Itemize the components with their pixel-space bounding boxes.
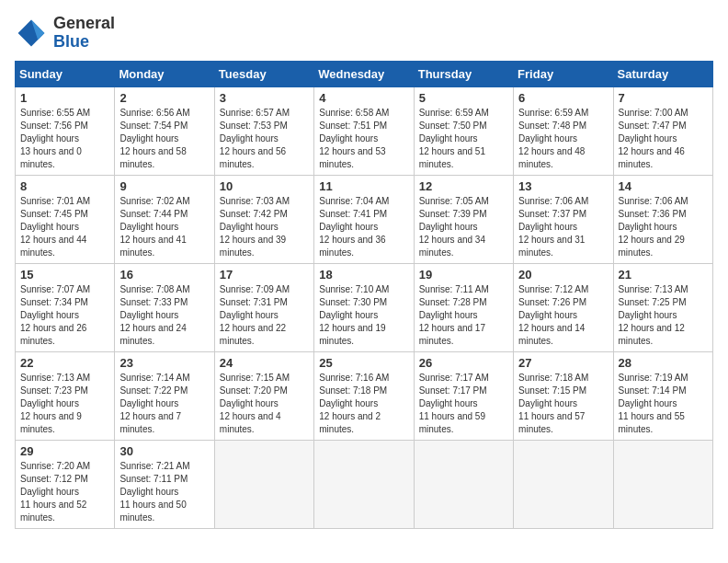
calendar-cell: 2Sunrise: 6:56 AMSunset: 7:54 PMDaylight…	[115, 86, 214, 175]
calendar-cell: 24Sunrise: 7:15 AMSunset: 7:20 PMDayligh…	[214, 351, 313, 440]
day-info: Sunrise: 7:14 AMSunset: 7:22 PMDaylight …	[119, 372, 209, 436]
calendar-cell: 10Sunrise: 7:03 AMSunset: 7:42 PMDayligh…	[214, 175, 313, 263]
calendar-cell: 26Sunrise: 7:17 AMSunset: 7:17 PMDayligh…	[414, 351, 513, 440]
calendar-cell: 12Sunrise: 7:05 AMSunset: 7:39 PMDayligh…	[414, 175, 513, 263]
weekday-header-row: SundayMondayTuesdayWednesdayThursdayFrid…	[16, 61, 713, 86]
day-info: Sunrise: 7:10 AMSunset: 7:30 PMDaylight …	[319, 283, 408, 348]
weekday-header-sunday: Sunday	[16, 61, 115, 86]
day-number: 28	[619, 356, 708, 370]
day-info: Sunrise: 7:18 AMSunset: 7:15 PMDaylight …	[518, 372, 608, 436]
calendar-week-1: 1Sunrise: 6:55 AMSunset: 7:56 PMDaylight…	[16, 86, 713, 175]
page-header: General Blue	[15, 15, 713, 52]
calendar-cell	[414, 440, 513, 528]
day-info: Sunrise: 7:03 AMSunset: 7:42 PMDaylight …	[220, 195, 309, 259]
day-info: Sunrise: 6:57 AMSunset: 7:53 PMDaylight …	[220, 107, 309, 171]
weekday-header-monday: Monday	[115, 61, 214, 86]
calendar-cell: 30Sunrise: 7:21 AMSunset: 7:11 PMDayligh…	[115, 440, 214, 528]
calendar-week-4: 22Sunrise: 7:13 AMSunset: 7:23 PMDayligh…	[16, 351, 713, 440]
day-info: Sunrise: 7:13 AMSunset: 7:23 PMDaylight …	[20, 372, 109, 436]
day-number: 14	[619, 179, 708, 193]
day-info: Sunrise: 7:06 AMSunset: 7:36 PMDaylight …	[619, 195, 708, 259]
calendar-week-3: 15Sunrise: 7:07 AMSunset: 7:34 PMDayligh…	[16, 263, 713, 351]
day-info: Sunrise: 7:02 AMSunset: 7:44 PMDaylight …	[119, 195, 209, 259]
day-number: 19	[419, 268, 508, 282]
day-info: Sunrise: 7:15 AMSunset: 7:20 PMDaylight …	[220, 372, 309, 436]
day-number: 16	[119, 268, 209, 282]
calendar-cell: 13Sunrise: 7:06 AMSunset: 7:37 PMDayligh…	[514, 175, 613, 263]
day-info: Sunrise: 7:19 AMSunset: 7:14 PMDaylight …	[619, 372, 708, 436]
day-info: Sunrise: 7:00 AMSunset: 7:47 PMDaylight …	[619, 107, 708, 171]
calendar-cell	[314, 440, 414, 528]
weekday-header-friday: Friday	[514, 61, 613, 86]
day-number: 3	[220, 91, 309, 105]
calendar-cell: 17Sunrise: 7:09 AMSunset: 7:31 PMDayligh…	[214, 263, 313, 351]
calendar-table: SundayMondayTuesdayWednesdayThursdayFrid…	[15, 61, 713, 529]
day-info: Sunrise: 7:21 AMSunset: 7:11 PMDaylight …	[119, 460, 209, 524]
day-number: 1	[20, 91, 109, 105]
day-number: 15	[20, 268, 109, 282]
day-number: 17	[220, 268, 309, 282]
day-info: Sunrise: 6:55 AMSunset: 7:56 PMDaylight …	[20, 107, 109, 171]
calendar-cell: 8Sunrise: 7:01 AMSunset: 7:45 PMDaylight…	[16, 175, 115, 263]
calendar-cell: 23Sunrise: 7:14 AMSunset: 7:22 PMDayligh…	[115, 351, 214, 440]
day-number: 8	[20, 179, 109, 193]
calendar-cell	[214, 440, 313, 528]
logo-general: General	[53, 15, 115, 33]
calendar-cell: 14Sunrise: 7:06 AMSunset: 7:36 PMDayligh…	[613, 175, 712, 263]
calendar-cell: 11Sunrise: 7:04 AMSunset: 7:41 PMDayligh…	[314, 175, 414, 263]
day-number: 5	[419, 91, 508, 105]
calendar-cell	[514, 440, 613, 528]
calendar-cell: 22Sunrise: 7:13 AMSunset: 7:23 PMDayligh…	[16, 351, 115, 440]
day-info: Sunrise: 7:12 AMSunset: 7:26 PMDaylight …	[518, 283, 608, 348]
day-info: Sunrise: 6:59 AMSunset: 7:48 PMDaylight …	[518, 107, 608, 171]
logo-text: General Blue	[53, 15, 115, 52]
calendar-cell: 28Sunrise: 7:19 AMSunset: 7:14 PMDayligh…	[613, 351, 712, 440]
day-info: Sunrise: 7:04 AMSunset: 7:41 PMDaylight …	[319, 195, 408, 259]
day-info: Sunrise: 7:08 AMSunset: 7:33 PMDaylight …	[119, 283, 209, 348]
day-number: 22	[20, 356, 109, 370]
calendar-cell: 29Sunrise: 7:20 AMSunset: 7:12 PMDayligh…	[16, 440, 115, 528]
day-number: 7	[619, 91, 708, 105]
calendar-cell: 7Sunrise: 7:00 AMSunset: 7:47 PMDaylight…	[613, 86, 712, 175]
calendar-cell: 1Sunrise: 6:55 AMSunset: 7:56 PMDaylight…	[16, 86, 115, 175]
day-number: 2	[119, 91, 209, 105]
weekday-header-saturday: Saturday	[613, 61, 712, 86]
weekday-header-wednesday: Wednesday	[314, 61, 414, 86]
logo-icon	[15, 17, 48, 50]
day-info: Sunrise: 7:11 AMSunset: 7:28 PMDaylight …	[419, 283, 508, 348]
day-info: Sunrise: 7:05 AMSunset: 7:39 PMDaylight …	[419, 195, 508, 259]
day-info: Sunrise: 6:56 AMSunset: 7:54 PMDaylight …	[119, 107, 209, 171]
day-number: 20	[518, 268, 608, 282]
day-number: 21	[619, 268, 708, 282]
day-number: 10	[220, 179, 309, 193]
day-number: 4	[319, 91, 408, 105]
weekday-header-tuesday: Tuesday	[214, 61, 313, 86]
day-number: 30	[119, 444, 209, 458]
calendar-cell: 18Sunrise: 7:10 AMSunset: 7:30 PMDayligh…	[314, 263, 414, 351]
calendar-cell: 15Sunrise: 7:07 AMSunset: 7:34 PMDayligh…	[16, 263, 115, 351]
day-info: Sunrise: 7:17 AMSunset: 7:17 PMDaylight …	[419, 372, 508, 436]
calendar-cell: 5Sunrise: 6:59 AMSunset: 7:50 PMDaylight…	[414, 86, 513, 175]
calendar-cell: 16Sunrise: 7:08 AMSunset: 7:33 PMDayligh…	[115, 263, 214, 351]
day-number: 13	[518, 179, 608, 193]
day-number: 11	[319, 179, 408, 193]
day-number: 9	[119, 179, 209, 193]
calendar-cell: 20Sunrise: 7:12 AMSunset: 7:26 PMDayligh…	[514, 263, 613, 351]
calendar-cell: 27Sunrise: 7:18 AMSunset: 7:15 PMDayligh…	[514, 351, 613, 440]
logo: General Blue	[15, 15, 115, 52]
calendar-cell: 21Sunrise: 7:13 AMSunset: 7:25 PMDayligh…	[613, 263, 712, 351]
calendar-cell	[613, 440, 712, 528]
calendar-week-2: 8Sunrise: 7:01 AMSunset: 7:45 PMDaylight…	[16, 175, 713, 263]
day-number: 6	[518, 91, 608, 105]
calendar-cell: 25Sunrise: 7:16 AMSunset: 7:18 PMDayligh…	[314, 351, 414, 440]
calendar-cell: 3Sunrise: 6:57 AMSunset: 7:53 PMDaylight…	[214, 86, 313, 175]
day-info: Sunrise: 7:20 AMSunset: 7:12 PMDaylight …	[20, 460, 109, 524]
day-number: 18	[319, 268, 408, 282]
calendar-cell: 19Sunrise: 7:11 AMSunset: 7:28 PMDayligh…	[414, 263, 513, 351]
day-number: 24	[220, 356, 309, 370]
day-info: Sunrise: 7:09 AMSunset: 7:31 PMDaylight …	[220, 283, 309, 348]
day-info: Sunrise: 6:59 AMSunset: 7:50 PMDaylight …	[419, 107, 508, 171]
day-info: Sunrise: 6:58 AMSunset: 7:51 PMDaylight …	[319, 107, 408, 171]
calendar-cell: 9Sunrise: 7:02 AMSunset: 7:44 PMDaylight…	[115, 175, 214, 263]
day-number: 25	[319, 356, 408, 370]
